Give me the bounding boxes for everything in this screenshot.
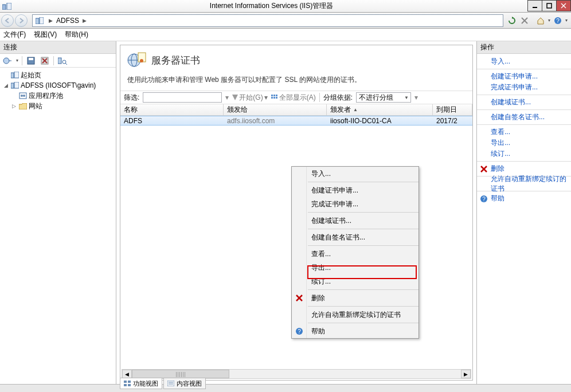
svg-text:?: ? [556, 18, 560, 24]
col-name[interactable]: 名称 [120, 104, 224, 115]
tree-start-page[interactable]: 起始页 [2, 70, 116, 80]
tree-label: 网站 [29, 101, 42, 111]
scroll-right-button[interactable]: ▶ [461, 370, 471, 378]
col-expire[interactable]: 到期日 [433, 104, 472, 115]
actions-pane: 操作 导入... 创建证书申请... 完成证书申请... 创建域证书... 创建… [476, 41, 571, 384]
svg-rect-22 [14, 72, 19, 78]
collapse-icon[interactable]: ◢ [2, 83, 9, 88]
breadcrumb[interactable]: ▶ ADFSS ▶ [32, 14, 503, 27]
stop-icon[interactable] [519, 15, 530, 26]
window-title: Internet Information Services (IIS)管理器 [15, 1, 528, 11]
action-autorebind[interactable]: 允许自动重新绑定续订的证书 [477, 178, 571, 189]
action-view[interactable]: 查看... [477, 127, 571, 138]
tree-app-pools[interactable]: 应用程序池 [2, 91, 116, 101]
browse-icon[interactable] [57, 56, 68, 66]
chevron-right-icon: ▶ [46, 18, 55, 23]
ctx-delete[interactable]: 删除 [292, 291, 419, 305]
filter-start-label: 开始(G) [239, 93, 263, 103]
filter-showall-button[interactable]: 全部显示(A) [271, 93, 316, 103]
svg-rect-14 [29, 58, 33, 60]
filter-start-button[interactable]: 开始(G) ▾ [232, 93, 267, 103]
connect-icon[interactable] [2, 56, 13, 66]
svg-rect-18 [58, 58, 61, 64]
action-complete-request[interactable]: 完成证书申请... [477, 82, 571, 93]
chevron-right-icon: ▶ [80, 18, 89, 23]
help-icon[interactable]: ? [553, 15, 563, 26]
tab-content-view[interactable]: 内容视图 [163, 378, 206, 389]
ctx-complete-request[interactable]: 完成证书申请... [292, 197, 419, 211]
svg-rect-38 [276, 97, 277, 99]
nav-forward-button[interactable] [15, 14, 28, 27]
svg-rect-37 [273, 97, 275, 99]
ctx-renew[interactable]: 续订... [292, 275, 419, 288]
action-create-request[interactable]: 创建证书申请... [477, 71, 571, 82]
close-button[interactable] [556, 0, 571, 11]
svg-rect-23 [11, 83, 14, 88]
svg-line-20 [65, 63, 67, 65]
col-issued-by-label: 颁发者 [330, 105, 351, 115]
delete-icon [479, 164, 488, 174]
svg-rect-1 [7, 3, 11, 10]
svg-text:?: ? [482, 196, 486, 202]
breadcrumb-node[interactable]: ADFSS [55, 17, 80, 25]
ctx-create-selfsigned[interactable]: 创建自签名证书... [292, 230, 419, 244]
menu-help[interactable]: 帮助(H) [65, 30, 88, 40]
action-renew[interactable]: 续订... [477, 148, 571, 159]
folder-icon [18, 101, 28, 111]
help-icon: ? [295, 327, 304, 336]
action-create-domain[interactable]: 创建域证书... [477, 97, 571, 108]
svg-point-12 [3, 58, 9, 64]
table-row[interactable]: ADFS adfs.iiosoft.com iiosoft-IIO-DC01-C… [120, 116, 472, 126]
server-icon [35, 16, 44, 25]
minimize-button[interactable] [527, 0, 542, 11]
ctx-label: 允许自动重新绑定续订的证书 [311, 310, 401, 320]
svg-rect-21 [11, 73, 14, 78]
ctx-create-domain[interactable]: 创建域证书... [292, 214, 419, 228]
action-help[interactable]: ? 帮助 [477, 193, 571, 204]
tab-features-view[interactable]: 功能视图 [120, 378, 162, 389]
action-delete[interactable]: 删除 [477, 163, 571, 174]
tree-sites[interactable]: ▷ 网站 [2, 101, 116, 111]
save-icon[interactable] [26, 56, 36, 66]
ctx-help[interactable]: ? 帮助 [292, 324, 419, 338]
col-issued-by[interactable]: 颁发者▲ [327, 104, 433, 115]
groupby-select[interactable]: 不进行分组▼ [356, 92, 411, 103]
action-label: 完成证书申请... [491, 83, 538, 92]
col-issued-to[interactable]: 颁发给 [224, 104, 327, 115]
ctx-create-request[interactable]: 创建证书申请... [292, 183, 419, 197]
tree-server-node[interactable]: ◢ ADFSS (IIOSOFT\gavin) [2, 80, 116, 91]
ctx-import[interactable]: 导入... [292, 167, 419, 181]
refresh-icon[interactable] [507, 15, 517, 26]
maximize-button[interactable] [542, 0, 557, 11]
ctx-autorebind[interactable]: 允许自动重新绑定续订的证书 [292, 308, 419, 322]
ctx-label: 导出... [311, 263, 331, 273]
ctx-export[interactable]: 导出... [292, 261, 419, 275]
svg-rect-36 [271, 97, 273, 99]
svg-rect-0 [2, 5, 6, 10]
home-icon[interactable] [535, 15, 546, 26]
nav-back-button[interactable] [1, 14, 14, 27]
tree-label: ADFSS (IIOSOFT\gavin) [21, 81, 96, 89]
svg-rect-3 [547, 3, 552, 8]
tab-label: 功能视图 [133, 379, 158, 388]
ctx-view[interactable]: 查看... [292, 247, 419, 261]
expand-icon[interactable]: ▷ [10, 103, 17, 109]
ctx-label: 帮助 [311, 327, 325, 336]
filter-input[interactable] [143, 92, 222, 103]
connections-header: 连接 [0, 41, 116, 54]
action-label: 创建证书申请... [491, 72, 538, 81]
menu-bar: 文件(F) 视图(V) 帮助(H) [0, 29, 571, 41]
svg-rect-44 [128, 381, 131, 383]
action-export[interactable]: 导出... [477, 138, 571, 148]
svg-rect-47 [167, 381, 174, 386]
window-titlebar: Internet Information Services (IIS)管理器 [0, 0, 571, 13]
svg-rect-34 [273, 95, 275, 96]
content-icon [167, 381, 174, 386]
action-create-selfsigned[interactable]: 创建自签名证书... [477, 112, 571, 123]
menu-file[interactable]: 文件(F) [3, 30, 26, 40]
status-strip [0, 384, 571, 392]
discard-icon[interactable] [40, 56, 50, 66]
ctx-label: 删除 [311, 293, 325, 303]
action-import[interactable]: 导入... [477, 56, 571, 67]
menu-view[interactable]: 视图(V) [34, 30, 57, 40]
